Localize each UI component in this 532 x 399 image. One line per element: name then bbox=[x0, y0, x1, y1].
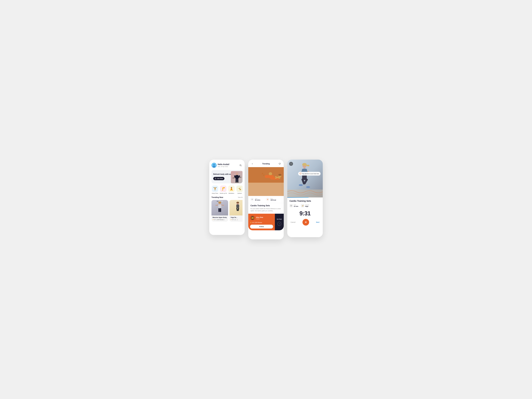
svg-point-56 bbox=[302, 163, 307, 166]
hands-up-icon: 🦵 bbox=[220, 185, 226, 192]
svg-line-4 bbox=[241, 166, 241, 166]
svg-point-67 bbox=[306, 186, 310, 188]
view-all-button[interactable]: View All bbox=[238, 197, 242, 198]
svg-rect-31 bbox=[218, 208, 220, 212]
svg-rect-71 bbox=[303, 205, 303, 206]
svg-rect-36 bbox=[236, 208, 238, 211]
screen2-nav: Trending bbox=[248, 160, 284, 167]
card-title-upper-body: Massive Upper Body bbox=[213, 216, 227, 218]
content-title: Cardio Training Sets bbox=[250, 204, 282, 207]
nav-title: Trending bbox=[262, 163, 270, 165]
burn-stat: Burn 100 kcal bbox=[266, 198, 282, 201]
svg-rect-32 bbox=[220, 208, 221, 212]
review-text: 204 Review bbox=[217, 219, 223, 220]
rating-value: 4.7 bbox=[214, 219, 216, 220]
hands-up-label: Hands-up Sit bbox=[220, 193, 227, 194]
time-value: 30 mins bbox=[255, 199, 260, 201]
svg-rect-15 bbox=[237, 179, 238, 182]
coach-text: Alex Doe Coach bbox=[256, 216, 263, 220]
review-count: ( bbox=[216, 219, 217, 220]
coach-avatar: 🧑‍🎓 bbox=[250, 215, 255, 220]
trending-cards-list: Massive Upper Body ★ 4.7 ( 204 Review ) bbox=[211, 200, 242, 222]
get-start-panel: Get Start → bbox=[275, 214, 284, 230]
svg-point-66 bbox=[299, 184, 303, 186]
review-count-coach: 1200 Review bbox=[254, 222, 262, 223]
join-now-label: Join Now bbox=[217, 178, 223, 179]
review-close: ) bbox=[224, 219, 224, 220]
phone-screen-2: Trending bbox=[248, 160, 284, 239]
rating-value-yoga: 4.7 bbox=[232, 219, 234, 220]
burn-value: 100 kcal bbox=[270, 199, 276, 201]
hang-clean-icon: 🏋️ bbox=[212, 185, 218, 192]
search-button[interactable] bbox=[239, 163, 242, 167]
card-image-upper-body bbox=[211, 200, 228, 215]
svg-rect-17 bbox=[237, 182, 239, 183]
heart-button[interactable] bbox=[278, 162, 282, 165]
time-value-s3: 15 min bbox=[294, 205, 298, 207]
categories-row: 🏋️ Hang Clean 🦵 Hands-up Sit 🧘 Meditatio… bbox=[211, 185, 242, 194]
clock-icon bbox=[250, 198, 254, 201]
workout-stats-row: Time 15 min Intensity bbox=[290, 204, 321, 207]
time-info-s3: Time 15 min bbox=[294, 204, 298, 207]
svg-point-1 bbox=[213, 164, 215, 165]
workout-actions: Cancel Next bbox=[290, 219, 321, 226]
screen2-content: Cardio Training Sets For your better hea… bbox=[248, 203, 284, 212]
pause-button[interactable] bbox=[303, 219, 309, 226]
trending-header: Trending Now View All bbox=[211, 196, 242, 198]
follow-button[interactable]: Follow bbox=[250, 225, 273, 228]
card-info-yoga: Yoga Se... ★ 4.7 ( 2... ) bbox=[229, 215, 242, 222]
trending-title: Trending Now bbox=[211, 196, 223, 198]
svg-point-29 bbox=[215, 205, 217, 206]
meditation-icon: 🧘 bbox=[228, 185, 235, 192]
timer-display: 9:31 bbox=[290, 210, 321, 217]
coach-name: Alex Doe bbox=[256, 216, 263, 218]
category-meditation[interactable]: 🧘 Meditation bbox=[228, 185, 235, 194]
svg-point-2 bbox=[213, 166, 215, 167]
muscle-woman-image bbox=[211, 200, 228, 215]
svg-marker-6 bbox=[215, 178, 216, 179]
trending-card-upper-body[interactable]: Massive Upper Body ★ 4.7 ( 204 Review ) bbox=[211, 200, 228, 222]
back-button-screen3[interactable] bbox=[289, 162, 293, 166]
phone-screen-1: Hello Arafat! Sun, 24 Apr 2022 Refresh b… bbox=[209, 160, 245, 235]
back-button[interactable] bbox=[250, 162, 254, 165]
cancel-button[interactable]: Cancel bbox=[291, 221, 296, 223]
intensity-icon bbox=[301, 204, 304, 207]
svg-rect-70 bbox=[302, 206, 303, 206]
time-stat: Time 30 mins bbox=[250, 198, 266, 201]
next-button[interactable]: Next bbox=[316, 221, 319, 223]
meditation-label: Meditation bbox=[229, 193, 234, 194]
review-close-yoga: ) bbox=[237, 219, 238, 220]
category-hang-clean[interactable]: 🏋️ Hang Clean bbox=[211, 185, 219, 194]
svg-rect-27 bbox=[216, 204, 218, 206]
svg-rect-21 bbox=[233, 178, 234, 178]
dot-2 bbox=[219, 201, 221, 202]
greeting-date: Sun, 24 Apr 2022 bbox=[218, 166, 229, 167]
svg-point-34 bbox=[236, 202, 239, 203]
yoga-woman-image bbox=[229, 200, 242, 215]
updown-label: Updown bbox=[237, 193, 242, 194]
category-hands-up[interactable]: 🦵 Hands-up Sit bbox=[220, 185, 227, 194]
join-now-button[interactable]: Join Now bbox=[213, 177, 224, 180]
greeting-name: Hello Arafat! bbox=[218, 163, 229, 165]
category-updown[interactable]: 🤸 Updown bbox=[236, 185, 242, 194]
burn-info: Burn 100 kcal bbox=[270, 198, 276, 201]
trending-card-yoga[interactable]: Yoga Se... ★ 4.7 ( 2... ) bbox=[229, 200, 242, 222]
get-start-arrow[interactable]: → bbox=[277, 222, 281, 226]
time-stat-s3: Time 15 min bbox=[290, 204, 298, 207]
card-rating-yoga: ★ 4.7 ( 2... ) bbox=[231, 219, 242, 220]
workout-title: Cardio Training Sets bbox=[290, 200, 321, 202]
progress-bar bbox=[287, 197, 323, 198]
hang-clean-label: Hang Clean bbox=[212, 193, 218, 194]
svg-rect-18 bbox=[239, 177, 241, 177]
svg-point-49 bbox=[278, 174, 281, 176]
content-description: For your better health the Fitness Worko… bbox=[250, 208, 282, 212]
svg-rect-39 bbox=[248, 183, 284, 196]
intensity-label: Intensity bbox=[305, 204, 309, 205]
rating-value-coach: 4.8 bbox=[252, 222, 254, 223]
review-count-yoga: ( bbox=[234, 219, 235, 220]
time-label: Time bbox=[255, 198, 260, 199]
svg-rect-19 bbox=[239, 177, 240, 178]
video-thumbnail[interactable] bbox=[248, 167, 284, 196]
card-rating-upper-body: ★ 4.7 ( 204 Review ) bbox=[213, 219, 227, 220]
intensity-value: High bbox=[305, 205, 309, 207]
